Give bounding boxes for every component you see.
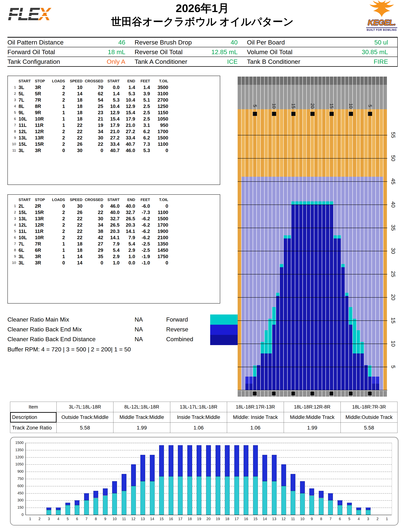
lane-segment: [326, 109, 329, 177]
lane-segment: [322, 267, 326, 293]
lane-segment: [287, 109, 291, 177]
track-header-cell: 18L-18R:7R-3R: [341, 402, 397, 412]
load-col-header: [9, 78, 17, 84]
load-cell: 5.1: [137, 97, 152, 103]
load-cell: 0: [51, 203, 67, 209]
lane-segment: [376, 85, 379, 109]
board-column: [357, 76, 360, 397]
load-cell: 22: [67, 215, 84, 222]
load-cell: 18: [67, 97, 84, 103]
lane-segment: [241, 109, 245, 177]
lane-segment: [287, 377, 291, 384]
forward-loads-table-box: STARTSTOPLOADSSPEEDCROSSEDSTARTENDFEETT.…: [7, 76, 220, 185]
load-cell: 7.9: [121, 234, 137, 241]
lane-segment: [330, 330, 333, 342]
info-value: 18 mL: [108, 48, 125, 56]
load-cell: 21.0: [105, 128, 121, 135]
lane-segment: [287, 319, 291, 325]
lane-segment: [265, 383, 268, 390]
range-marker: [291, 112, 295, 116]
lane-segment: [295, 204, 299, 235]
title-center-name: 世田谷オークラボウル オイルパターン: [59, 15, 345, 28]
lane-segment: [295, 319, 299, 325]
cleaner-backend-distance-value: NA: [135, 336, 143, 343]
lane-distance-gridline: [238, 390, 387, 390]
lane-segment: [303, 235, 306, 239]
range-marker: [272, 392, 276, 395]
lane-segment: [322, 204, 326, 235]
load-cell: 22: [67, 135, 84, 141]
bar-forward-segment: [309, 496, 314, 515]
lane-segment: [326, 325, 329, 330]
load-cell: 0: [152, 203, 170, 209]
lane-segment: [368, 76, 372, 85]
lane-segment: [257, 377, 260, 384]
lane-segment: [272, 354, 276, 365]
board-column: [353, 76, 356, 397]
info-cell: Reverse Brush Drop40: [135, 38, 238, 47]
load-cell: 0.0: [105, 84, 121, 90]
info-value: 30.85 mL: [362, 48, 388, 56]
distance-label: 20: [389, 292, 398, 303]
bar-forward-segment: [262, 481, 267, 515]
lane-segment: [341, 391, 345, 397]
bar-reverse-segment: [65, 503, 70, 505]
lane-segment: [307, 109, 310, 177]
lane-segment: [372, 377, 375, 384]
load-cell: 1: [51, 116, 67, 122]
load-cell: 5.3: [121, 90, 137, 97]
x-axis-tick-label: 16: [241, 517, 251, 521]
lane-segment: [241, 85, 245, 109]
bar-forward-segment: [131, 486, 136, 515]
load-row-number: 8: [9, 247, 17, 253]
buffer-rpm-line: Buffer RPM: 4 = 720 | 3 = 500 | 2 = 200|…: [7, 346, 131, 353]
bar-reverse-segment: [244, 445, 248, 476]
bar-forward-segment: [56, 510, 61, 515]
load-cell: 1500: [152, 135, 170, 141]
lane-segment: [284, 319, 287, 325]
bar-forward-segment: [159, 476, 164, 515]
lane-segment: [311, 204, 314, 235]
lane-segment: [349, 354, 352, 365]
range-marker: [310, 392, 314, 395]
load-cell: 2700: [152, 97, 170, 103]
bar-reverse-segment: [169, 445, 173, 476]
board-column: [265, 76, 268, 397]
load-cell: 6.2: [137, 135, 152, 141]
lane-segment: [249, 391, 253, 397]
bar-forward-segment: [187, 476, 192, 515]
load-row-number: 4: [9, 222, 17, 228]
x-axis-tick-label: 8: [91, 517, 101, 521]
lane-segment: [330, 76, 333, 85]
load-cell: 7.3: [137, 141, 152, 147]
lane-segment: [376, 377, 379, 384]
load-col-header: START: [17, 196, 34, 203]
lane-segment: [314, 109, 318, 177]
x-axis-tick-label: 7: [82, 517, 91, 521]
track-ratio-label: Track Zone Ratio: [10, 423, 57, 433]
lane-segment: [337, 391, 341, 397]
lane-segment: [364, 109, 368, 177]
bar-reverse-segment: [131, 464, 136, 486]
lane-segment: [280, 377, 283, 384]
info-label: Forward Oil Total: [7, 48, 55, 56]
lane-segment: [337, 85, 341, 109]
info-value: 50 ul: [374, 39, 388, 46]
lane-segment: [299, 383, 303, 390]
lane-segment: [238, 76, 241, 85]
load-cell: 11L: [17, 228, 34, 234]
bar-reverse-segment: [75, 500, 79, 505]
lane-segment: [268, 109, 272, 177]
lane-segment: [265, 391, 268, 397]
load-row-number: 1: [9, 203, 17, 209]
lane-segment: [341, 109, 345, 177]
lane-segment: [311, 330, 314, 342]
load-cell: 2.5: [137, 109, 152, 116]
lane-segment: [330, 109, 333, 177]
oil-pattern-sheet: FLEX 2026年1月 世田谷オークラボウル オイルパターン KEGEL. B…: [0, 0, 404, 532]
load-cell: 2100: [152, 234, 170, 241]
track-header-cell: 13L-17L:18L-18R: [170, 402, 227, 412]
load-cell: 2: [51, 215, 67, 222]
bar-reverse-segment: [215, 445, 220, 476]
lane-segment: [295, 235, 299, 239]
